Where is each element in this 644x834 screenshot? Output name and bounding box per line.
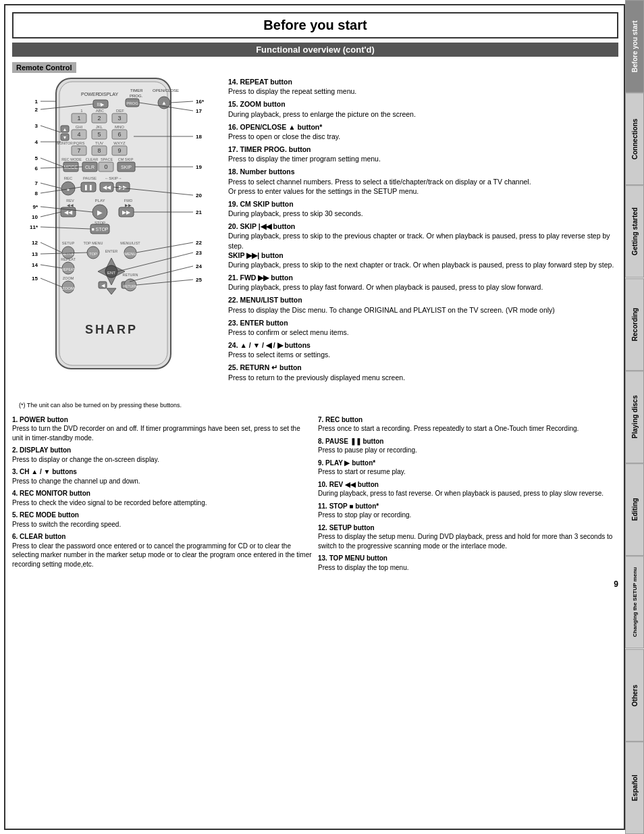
- svg-text:19: 19: [196, 164, 202, 170]
- svg-text:REV: REV: [66, 199, 74, 203]
- svg-text:REC MODE: REC MODE: [61, 157, 82, 161]
- svg-text:4: 4: [35, 139, 38, 145]
- svg-text:CLR: CLR: [85, 165, 95, 170]
- svg-text:2: 2: [35, 107, 38, 113]
- svg-text:ENT: ENT: [107, 271, 115, 275]
- svg-text:3: 3: [35, 123, 38, 129]
- svg-text:RETURN: RETURN: [123, 273, 138, 277]
- svg-text:◀◀: ◀◀: [64, 209, 73, 215]
- svg-text:TOP: TOP: [89, 252, 97, 256]
- sidebar-tab-recording[interactable]: Recording: [625, 278, 644, 371]
- svg-text:8: 8: [35, 190, 38, 197]
- sidebar-tab-changing-setup[interactable]: Changing the SETUP menu: [625, 556, 644, 648]
- svg-text:▶▶: ▶▶: [119, 184, 128, 190]
- svg-text:ABC: ABC: [96, 109, 105, 113]
- svg-text:REC: REC: [64, 176, 73, 180]
- svg-text:0: 0: [104, 163, 107, 170]
- sidebar-tab-playing-discs[interactable]: Playing discs: [625, 371, 644, 463]
- svg-text:SHARP: SHARP: [85, 323, 138, 336]
- svg-text:ENTER: ENTER: [105, 249, 118, 253]
- svg-text:DEF: DEF: [116, 109, 124, 113]
- svg-text:▲: ▲: [63, 127, 68, 132]
- svg-text:7: 7: [77, 147, 80, 154]
- svg-text:REPEAT: REPEAT: [61, 267, 75, 271]
- svg-text:PAUSE: PAUSE: [83, 176, 97, 180]
- svg-text:TIMER: TIMER: [130, 88, 143, 93]
- page-number: 9: [12, 579, 618, 589]
- svg-text:6: 6: [117, 131, 121, 138]
- bottom-desc-col2: 7. REC buttonPress once to start a recor…: [318, 415, 618, 576]
- svg-text:15: 15: [32, 276, 38, 282]
- svg-text:7: 7: [35, 180, 38, 186]
- svg-text:WXYZ: WXYZ: [113, 141, 126, 145]
- svg-text:22: 22: [196, 240, 202, 246]
- svg-text:DISPLAY: DISPLAY: [99, 92, 118, 97]
- svg-text:3: 3: [117, 115, 121, 122]
- sidebar-tab-editing[interactable]: Editing: [625, 463, 644, 556]
- svg-text:▼: ▼: [63, 135, 68, 140]
- sidebar-tab-others[interactable]: Others: [625, 649, 644, 741]
- svg-text:PLAY: PLAY: [95, 199, 105, 203]
- svg-text:MENU/LIST: MENU/LIST: [120, 241, 140, 245]
- svg-text:23: 23: [196, 250, 202, 256]
- svg-text:PROG.: PROG.: [130, 94, 143, 98]
- svg-text:13: 13: [32, 251, 38, 257]
- svg-text:8: 8: [97, 147, 101, 154]
- svg-text:POWER: POWER: [81, 92, 99, 97]
- svg-text:9: 9: [117, 147, 121, 154]
- svg-text:20: 20: [196, 192, 202, 199]
- page-title: Before you start: [12, 12, 618, 38]
- svg-text:▶▶: ▶▶: [122, 209, 131, 215]
- svg-text:PQRS: PQRS: [73, 141, 84, 145]
- sidebar: Before you start Connections Getting sta…: [625, 0, 644, 834]
- svg-text:18: 18: [196, 134, 202, 140]
- svg-text:■ STOP: ■ STOP: [91, 227, 108, 232]
- sidebar-tab-connections[interactable]: Connections: [625, 93, 644, 185]
- svg-text:6: 6: [35, 165, 38, 172]
- svg-text:REPEAT: REPEAT: [61, 257, 76, 261]
- svg-text:❚❚: ❚❚: [84, 184, 93, 190]
- svg-text:17: 17: [196, 108, 202, 114]
- svg-text:II/▶: II/▶: [97, 102, 105, 107]
- svg-text:TOP MENU: TOP MENU: [84, 241, 103, 245]
- section-title: Functional overview (cont'd): [12, 43, 618, 57]
- svg-text:SKIP: SKIP: [121, 165, 132, 170]
- svg-text:10: 10: [32, 214, 38, 220]
- svg-text:◀◀: ◀◀: [103, 184, 111, 190]
- svg-text:24: 24: [196, 263, 202, 269]
- svg-text:25: 25: [196, 277, 202, 283]
- right-descriptions: 14. REPEAT button Press to display the r…: [228, 77, 618, 410]
- svg-text:21: 21: [196, 209, 202, 215]
- svg-text:TUV: TUV: [95, 141, 103, 145]
- svg-text:1: 1: [77, 115, 80, 122]
- sidebar-tab-espanol[interactable]: Español: [625, 741, 644, 834]
- remote-control-label: Remote Control: [12, 62, 76, 73]
- svg-text:JKL: JKL: [96, 125, 103, 129]
- svg-text:11*: 11*: [30, 224, 38, 230]
- svg-text:5: 5: [97, 131, 101, 138]
- svg-text:MENU: MENU: [124, 252, 136, 256]
- svg-text:SETUP: SETUP: [61, 252, 75, 256]
- svg-text:1: 1: [35, 99, 38, 105]
- svg-text:5: 5: [35, 155, 38, 161]
- svg-text:MNO: MNO: [115, 125, 124, 129]
- svg-text:CLEAR: CLEAR: [86, 157, 98, 161]
- svg-text:SPACE: SPACE: [101, 157, 113, 161]
- svg-text:PROG: PROG: [126, 101, 138, 105]
- svg-text:▶: ▶: [97, 209, 103, 216]
- sidebar-tab-before-you-start[interactable]: Before you start: [625, 0, 644, 93]
- svg-text:RETURN: RETURN: [124, 284, 138, 288]
- svg-text:GHI: GHI: [76, 125, 83, 129]
- svg-text:◀◀: ◀◀: [67, 203, 74, 207]
- sidebar-tab-getting-started[interactable]: Getting started: [625, 185, 644, 278]
- svg-text:OPEN/CLOSE: OPEN/CLOSE: [153, 88, 179, 93]
- svg-line-144: [171, 101, 193, 103]
- bottom-desc-col1: 1. POWER buttonPress to turn the DVD rec…: [12, 415, 313, 576]
- svg-text:ZOOM: ZOOM: [63, 276, 74, 280]
- svg-text:CM SKIP: CM SKIP: [118, 157, 134, 161]
- svg-text:ZOOM: ZOOM: [62, 286, 74, 290]
- svg-text:9*: 9*: [32, 204, 38, 210]
- svg-text:14: 14: [32, 262, 38, 268]
- svg-text:16*: 16*: [196, 99, 205, 105]
- svg-text:←SKIP→: ←SKIP→: [105, 176, 122, 180]
